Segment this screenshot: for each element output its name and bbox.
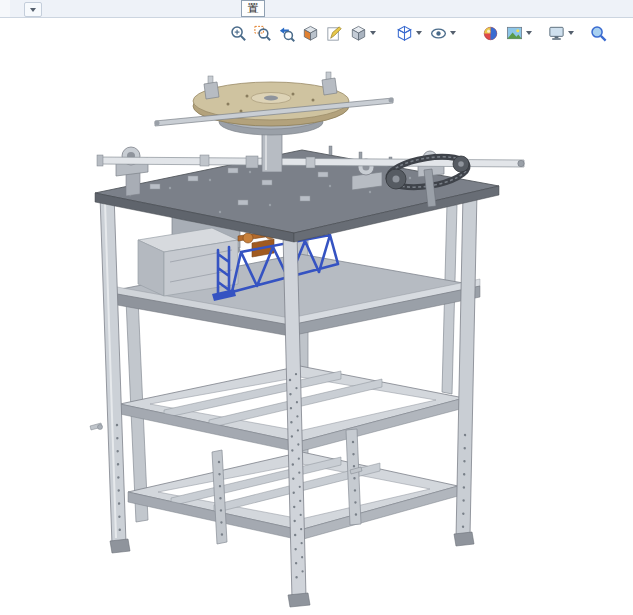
drawing-tool-icon [325, 24, 344, 43]
disc-clamp[interactable] [322, 78, 337, 95]
model-viewport[interactable] [0, 18, 633, 615]
previous-view-icon [277, 24, 296, 43]
view-orientation-button[interactable] [346, 21, 370, 45]
previous-view-button[interactable] [274, 21, 298, 45]
turntable-assembly[interactable] [155, 72, 394, 172]
apply-scene-icon [505, 24, 524, 43]
magnifier-icon [589, 24, 608, 43]
disc-clamp[interactable] [204, 82, 219, 99]
edit-appearance-icon [481, 24, 500, 43]
top-menu-bar [10, 0, 633, 18]
left-frame-leg[interactable] [100, 194, 130, 553]
view-settings-button[interactable] [544, 21, 568, 45]
edit-appearance-button[interactable] [478, 21, 502, 45]
display-style-button[interactable] [392, 21, 416, 45]
section-view-button[interactable] [298, 21, 322, 45]
right-frame-leg[interactable] [454, 192, 477, 546]
floating-tab[interactable]: 置 [241, 0, 265, 17]
toolbar-options-dropdown[interactable] [24, 2, 42, 17]
section-view-icon [301, 24, 320, 43]
hide-show-items-icon [429, 24, 448, 43]
view-settings-dropdown-icon[interactable] [568, 31, 574, 35]
display-style-icon [395, 24, 414, 43]
apply-scene-button[interactable] [502, 21, 526, 45]
chevron-down-icon [30, 8, 36, 12]
heads-up-view-toolbar [226, 21, 610, 45]
display-style-dropdown-icon[interactable] [416, 31, 422, 35]
magnifier-button[interactable] [586, 21, 610, 45]
view-orientation-icon [349, 24, 368, 43]
apply-scene-dropdown-icon[interactable] [526, 31, 532, 35]
zoom-to-area-icon [253, 24, 272, 43]
drawing-tool-button[interactable] [322, 21, 346, 45]
view-settings-icon [547, 24, 566, 43]
cad-application-window: { "topbar": { "tab_label": "置" }, "hud_t… [0, 0, 633, 615]
zoom-to-fit-icon [229, 24, 248, 43]
view-orientation-dropdown-icon[interactable] [370, 31, 376, 35]
zoom-to-fit-button[interactable] [226, 21, 250, 45]
hide-show-items-button[interactable] [426, 21, 450, 45]
zoom-to-area-button[interactable] [250, 21, 274, 45]
hide-show-items-dropdown-icon[interactable] [450, 31, 456, 35]
